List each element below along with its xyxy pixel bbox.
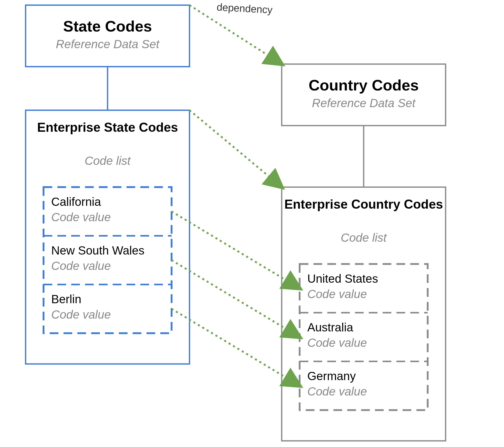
state-codes-subtitle: Reference Data Set xyxy=(26,37,190,51)
state-value-2-sub: Code value xyxy=(51,308,111,321)
enterprise-country-title-text: Enterprise Country Codes xyxy=(284,197,443,211)
box-enterprise-country-codes xyxy=(282,187,446,441)
diagram-canvas: dependency State Codes Reference Data Se… xyxy=(0,0,504,447)
enterprise-country-title: Enterprise Country Codes xyxy=(282,197,446,211)
enterprise-state-title: Enterprise State Codes xyxy=(26,120,190,135)
box-enterprise-state-codes xyxy=(26,110,190,364)
country-value-0-sub: Code value xyxy=(307,287,367,301)
enterprise-country-subtitle: Code list xyxy=(282,231,446,245)
state-value-0-name: California xyxy=(51,195,101,209)
arrow-nsw-to-australia xyxy=(172,260,300,337)
box-state-codes xyxy=(26,5,190,67)
box-country-codes xyxy=(282,64,446,126)
country-value-0-name: United States xyxy=(307,272,378,286)
arrow-california-to-us xyxy=(172,211,300,288)
enterprise-state-subtitle: Code list xyxy=(26,154,190,168)
state-value-2-name: Berlin xyxy=(51,292,81,306)
arrow-enterprise-state-to-country xyxy=(190,110,282,187)
country-value-1-name: Australia xyxy=(307,320,353,334)
state-value-1-name: New South Wales xyxy=(51,243,144,257)
country-value-1-sub: Code value xyxy=(307,336,367,350)
country-value-2-name: Germany xyxy=(307,369,356,383)
country-codes-title: Country Codes xyxy=(282,77,446,94)
state-value-0-sub: Code value xyxy=(51,210,111,224)
country-value-2-sub: Code value xyxy=(307,384,367,398)
arrow-berlin-to-germany xyxy=(172,309,300,386)
enterprise-state-title-text: Enterprise State Codes xyxy=(37,120,178,135)
state-codes-title: State Codes xyxy=(26,18,190,35)
country-codes-subtitle: Reference Data Set xyxy=(282,96,446,110)
state-value-1-sub: Code value xyxy=(51,259,111,273)
